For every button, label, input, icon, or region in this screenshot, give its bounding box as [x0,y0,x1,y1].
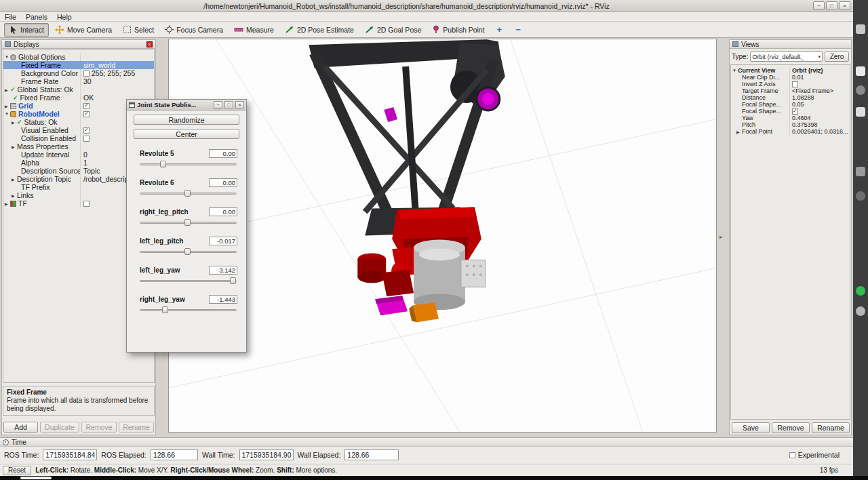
checkbox-unchecked[interactable] [83,136,90,142]
minimize-button[interactable]: − [813,1,825,10]
row-global-options[interactable]: ▼Global Options [3,53,154,61]
center-button[interactable]: Center [134,129,239,139]
joint-value-field[interactable]: 0.00 [209,149,237,158]
move-camera-tool-button[interactable]: Move Camera [50,23,117,37]
add-display-button[interactable]: Add [3,422,38,433]
joint-slider[interactable] [140,277,237,285]
joint-value-field[interactable]: 3.142 [209,266,237,275]
panel-collapse-arrow-icon[interactable]: ▸ [719,234,722,240]
rename-display-button[interactable]: Rename [119,422,154,433]
expander-closed-icon[interactable]: ▶ [736,129,742,134]
row-near-clip[interactable]: Near Clip Di... 0.01 [731,74,850,81]
joint-state-publisher-dialog[interactable]: Joint State Publis... − □ × Randomize Ce… [126,99,247,353]
joint-value-field[interactable]: -1.443 [209,295,237,304]
randomize-button[interactable]: Randomize [134,115,239,125]
row-focal-shape-size[interactable]: Focal Shape... 0.05 [731,101,850,108]
property-value[interactable] [789,108,850,115]
views-panel-header[interactable]: Views [730,40,851,49]
slider-handle[interactable] [184,248,191,255]
joint-slider[interactable] [140,189,237,197]
menu-file[interactable]: File [0,13,21,21]
displays-close-icon[interactable]: × [146,41,153,47]
expander-closed-icon[interactable]: ▶ [5,87,10,92]
focus-camera-tool-button[interactable]: Focus Camera [160,23,228,37]
expander-closed-icon[interactable]: ▶ [12,120,17,125]
close-button[interactable]: × [839,1,850,10]
measure-tool-button[interactable]: Measure [229,23,279,37]
row-frame-rate[interactable]: Frame Rate 30 [3,77,154,85]
view-type-combobox[interactable]: Orbit (rviz_default_ ▾ [750,52,823,62]
goal-pose-tool-button[interactable]: 2D Goal Pose [360,23,426,37]
row-yaw[interactable]: Yaw 0.4604 [731,115,850,121]
checkbox-checked[interactable] [792,108,798,115]
tray-chat-icon[interactable] [856,191,865,201]
joint-value-field[interactable]: -0.017 [209,237,237,245]
remove-display-button[interactable]: Remove [81,422,117,433]
row-focal-point[interactable]: ▶Focal Point 0.0026401; 0.0316... [731,128,850,135]
menu-help[interactable]: Help [52,13,77,21]
joint-slider[interactable] [140,247,237,256]
property-value[interactable]: 0.375398 [789,121,850,128]
row-invert-z[interactable]: Invert Z Axis [731,81,850,87]
publish-point-tool-button[interactable]: Publish Point [427,23,489,37]
reset-button[interactable]: Reset [3,466,31,475]
row-target-frame[interactable]: Target Frame <Fixed Frame> [731,87,850,94]
property-value[interactable]: 0.0026401; 0.0316... [789,128,850,135]
ros-time-field[interactable]: 1715935184.84 [43,449,97,460]
property-value[interactable]: 255; 255; 255 [80,69,154,77]
dialog-maximize-button[interactable]: □ [224,101,233,108]
checkbox-unchecked[interactable] [792,81,798,87]
expander-open-icon[interactable]: ▼ [732,68,738,73]
pose-estimate-tool-button[interactable]: 2D Pose Estimate [280,23,359,37]
wall-time-field[interactable]: 1715935184.90 [239,449,294,460]
save-view-button[interactable]: Save [732,422,770,433]
slider-track[interactable] [140,163,237,165]
property-value[interactable]: sim_world [80,61,154,69]
tray-whatsapp-icon[interactable] [856,286,865,296]
expander-closed-icon[interactable]: ▶ [5,104,10,108]
property-value[interactable]: 0.05 [789,101,850,108]
dialog-close-button[interactable]: × [235,101,244,108]
tray-display-icon[interactable] [856,85,865,95]
joint-value-field[interactable]: 0.00 [209,207,237,216]
3d-viewport[interactable] [168,39,717,433]
menu-panels[interactable]: Panels [21,13,52,21]
checkbox-checked[interactable] [83,103,90,109]
property-value[interactable] [789,81,850,87]
displays-panel-header[interactable]: Displays × [2,40,155,49]
checkbox-checked[interactable] [83,111,90,117]
time-panel-header[interactable]: Time [0,438,853,447]
property-value[interactable]: 1.08288 [789,94,850,101]
experimental-checkbox[interactable] [789,452,795,458]
joint-slider[interactable] [140,218,237,226]
slider-handle[interactable] [184,219,191,226]
rename-view-button[interactable]: Rename [812,422,850,433]
row-pitch[interactable]: Pitch 0.375398 [731,121,850,128]
checkbox-checked[interactable] [83,127,90,134]
slider-handle[interactable] [160,161,166,167]
expander-open-icon[interactable]: ▼ [5,55,10,59]
slider-handle[interactable] [184,190,191,197]
tray-settings-icon[interactable] [856,306,865,316]
slider-track[interactable] [140,309,237,311]
checkbox-unchecked[interactable] [83,201,90,207]
tray-volume-icon[interactable] [856,66,865,76]
row-background-color[interactable]: Background Color 255; 255; 255 [3,69,154,77]
expander-closed-icon[interactable]: ▶ [12,177,17,182]
tray-camera-icon[interactable] [856,24,865,34]
select-tool-button[interactable]: Select [118,23,159,37]
property-value[interactable]: 0.4604 [789,115,850,121]
property-value[interactable]: 30 [80,77,154,85]
property-value[interactable]: 0.01 [789,74,850,81]
interact-tool-button[interactable]: Interact [4,23,49,37]
expander-closed-icon[interactable]: ▶ [5,201,10,206]
taskbar-item[interactable] [20,477,52,479]
row-global-status[interactable]: ▶✓Global Status: Ok [3,85,154,94]
row-fixed-frame[interactable]: Fixed Frame sim_world [3,61,154,69]
window-titlebar[interactable]: /home/newtonjeri/Humanoid_Robot_ws/insta… [0,0,853,12]
maximize-button[interactable]: □ [826,1,837,10]
tray-app-icon[interactable] [856,167,865,176]
property-value[interactable]: <Fixed Frame> [789,87,850,94]
row-focal-shape-fixed[interactable]: Focal Shape... [731,108,850,115]
wall-elapsed-field[interactable]: 128.66 [344,449,399,460]
